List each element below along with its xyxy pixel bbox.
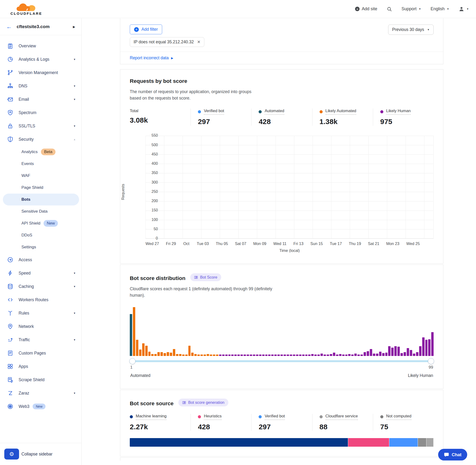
back-arrow-icon[interactable]: ← — [6, 24, 12, 30]
close-icon[interactable]: ✕ — [197, 40, 201, 44]
source-bar-segment-machine-learning — [130, 438, 348, 447]
account-menu[interactable]: ▼ — [459, 6, 469, 12]
chat-button[interactable]: Chat — [438, 449, 467, 460]
sidebar-item-overview[interactable]: Overview — [0, 39, 81, 53]
add-site-button[interactable]: + Add site — [355, 6, 377, 11]
source-stat-machine-learning: Machine learning2.27k — [130, 414, 190, 431]
x-tick-label: Thu 05 — [216, 242, 228, 246]
add-filter-button[interactable]: + Add filter — [130, 24, 162, 34]
sidebar-item-scrape-shield[interactable]: Scrape Shield — [0, 373, 81, 386]
sidebar-item-security[interactable]: Security▴ — [0, 133, 81, 146]
filter-panel: + Add filter IP does not equal 35.212.24… — [120, 18, 443, 64]
top-navbar: CLOUDFLARE + Add site Support ▼ English … — [0, 0, 476, 18]
language-menu[interactable]: English ▼ — [431, 6, 449, 11]
chevron-down-icon: ▼ — [466, 8, 469, 10]
x-tick-label — [361, 242, 368, 246]
stat-label[interactable]: Verified bot — [204, 109, 224, 115]
settings-gear-button[interactable]: ⚙ — [4, 449, 19, 460]
sidebar-item-ssl-tls[interactable]: SSL/TLS▾ — [0, 119, 81, 133]
slider-handle-min[interactable] — [129, 358, 136, 364]
sidebar-item-web3[interactable]: Web3New — [0, 400, 81, 413]
plus-circle-icon: + — [134, 27, 139, 32]
sidebar-item-speed[interactable]: Speed▾ — [0, 266, 81, 280]
bot-score-doc-badge[interactable]: Bot Score — [190, 273, 221, 281]
legend-dot — [259, 110, 262, 113]
histogram-bar-score-77 — [364, 352, 366, 356]
sidebar-item-version-management[interactable]: Version Management — [0, 66, 81, 79]
sidebar-item-waf[interactable]: WAF — [3, 170, 79, 182]
histogram-bar-score-65 — [327, 355, 329, 356]
date-range-select[interactable]: Previous 30 days ▼ — [388, 24, 434, 35]
sidebar-item-events[interactable]: Events — [3, 158, 79, 170]
histogram-bar-score-90 — [404, 352, 406, 356]
histogram-bar-score-27 — [210, 355, 212, 356]
cloudflare-logo[interactable]: CLOUDFLARE — [11, 2, 42, 15]
histogram-bar-score-80 — [373, 354, 375, 356]
slider-max-label: Likely Human — [408, 373, 433, 378]
support-menu[interactable]: Support ▼ — [402, 6, 421, 11]
sidebar-item-zaraz[interactable]: Zaraz▾ — [0, 386, 81, 400]
histogram-bar-score-19 — [185, 355, 188, 356]
sidebar-item-custom-pages[interactable]: Custom Pages — [0, 346, 81, 360]
sidebar-item-analytics-logs[interactable]: Analytics & Logs▾ — [0, 53, 81, 66]
sidebar-item-network[interactable]: Network — [0, 320, 81, 333]
chevron-right-icon[interactable]: ▶ — [73, 25, 75, 29]
search-button[interactable] — [387, 6, 392, 12]
sidebar-item-dns[interactable]: DNS▾ — [0, 79, 81, 93]
sidebar-item-email[interactable]: Email▾ — [0, 93, 81, 106]
stat-label[interactable]: Cloudflare service — [326, 414, 358, 420]
site-selector[interactable]: ← cftestsite3.com ▶ — [0, 18, 81, 35]
histogram-bar-score-86 — [391, 348, 394, 356]
sidebar-item-traffic[interactable]: Traffic▾ — [0, 333, 81, 346]
histogram-bar-score-41 — [253, 355, 255, 356]
stat-label[interactable]: Likely Automated — [326, 109, 356, 115]
sidebar-item-settings[interactable]: Settings — [3, 241, 79, 253]
histogram-bar-score-50 — [281, 355, 283, 356]
x-tick-label — [342, 242, 349, 246]
stat-label[interactable]: Likely Human — [386, 109, 411, 115]
stat-label[interactable]: Heuristics — [204, 414, 222, 420]
stat-value: 297 — [259, 423, 312, 431]
sidebar-item-label: Speed — [19, 271, 31, 276]
sidebar-item-label: Access — [19, 257, 32, 262]
slider-min-value: 1 — [130, 365, 132, 370]
bot-score-histogram — [130, 307, 434, 356]
filter-chip[interactable]: IP does not equal 35.212.240.32 ✕ — [130, 37, 204, 47]
x-tick-label — [427, 242, 434, 246]
sidebar-item-workers-routes[interactable]: Workers Routes — [0, 293, 81, 306]
stat-label[interactable]: Automated — [264, 109, 284, 115]
sidebar-item-page-shield[interactable]: Page Shield — [3, 182, 79, 194]
sidebar-item-api-shield[interactable]: API ShieldNew — [3, 217, 79, 229]
sidebar-item-apps[interactable]: Apps — [0, 360, 81, 373]
report-incorrect-data-link[interactable]: Report incorrect data ▶ — [130, 55, 173, 61]
histogram-bar-score-62 — [317, 355, 320, 356]
sidebar-item-ddos[interactable]: DDoS — [3, 229, 79, 241]
histogram-bar-score-54 — [293, 355, 295, 356]
slider-handle-max[interactable] — [428, 358, 434, 364]
collapse-sidebar-button[interactable]: Collapse sidebar — [21, 452, 52, 457]
sidebar-item-spectrum[interactable]: Spectrum — [0, 106, 81, 119]
sidebar-item-caching[interactable]: Caching▾ — [0, 280, 81, 293]
stat-label[interactable]: Verified bot — [264, 414, 285, 420]
bot-score-generation-doc-badge[interactable]: Bot score generation — [178, 399, 228, 406]
histogram-bar-score-39 — [247, 355, 249, 356]
histogram-bar-score-92 — [410, 350, 412, 356]
book-icon — [182, 401, 186, 404]
y-tick-label: 400 — [148, 161, 158, 166]
book-icon — [194, 275, 198, 279]
histogram-bar-score-29 — [216, 355, 218, 356]
stat-label[interactable]: Machine learning — [136, 414, 167, 420]
x-tick-label — [323, 242, 330, 246]
sidebar: ← cftestsite3.com ▶ OverviewAnalytics & … — [0, 18, 82, 465]
sidebar-item-access[interactable]: Access — [0, 253, 81, 266]
sidebar-item-rules[interactable]: Rules▾ — [0, 306, 81, 320]
histogram-bar-score-45 — [265, 355, 268, 356]
network-icon — [7, 323, 13, 329]
score-range-slider[interactable] — [130, 360, 433, 362]
sidebar-item-bots[interactable]: Bots — [3, 194, 79, 205]
chart-plot-area: 050100150200250300350400450500550 — [146, 136, 434, 239]
x-axis-title: Time (local) — [146, 248, 434, 253]
sidebar-item-analytics[interactable]: AnalyticsBeta — [3, 146, 79, 158]
stat-label[interactable]: Not computed — [386, 414, 412, 420]
sidebar-item-sensitive-data[interactable]: Sensitive Data — [3, 205, 79, 217]
